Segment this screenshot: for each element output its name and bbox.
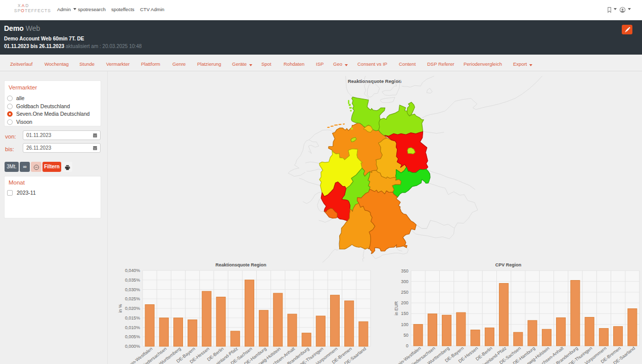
svg-text:0,040%: 0,040%: [125, 268, 140, 273]
svg-text:0,015%: 0,015%: [125, 315, 140, 321]
svg-text:in %: in %: [118, 304, 123, 312]
svg-text:0: 0: [406, 343, 408, 348]
svg-text:0,010%: 0,010%: [125, 325, 140, 330]
svg-text:100: 100: [401, 322, 408, 327]
svg-text:Reaktionsquote Region: Reaktionsquote Region: [215, 262, 266, 267]
svg-text:200: 200: [401, 300, 408, 305]
svg-text:350: 350: [401, 268, 408, 274]
svg-text:0,020%: 0,020%: [125, 306, 140, 311]
svg-text:150: 150: [401, 311, 408, 316]
svg-text:in EUR: in EUR: [394, 301, 399, 315]
svg-text:0,000%: 0,000%: [125, 344, 140, 349]
svg-text:250: 250: [401, 290, 408, 295]
svg-text:CPV Region: CPV Region: [495, 262, 522, 267]
svg-text:0,035%: 0,035%: [125, 278, 140, 283]
svg-text:300: 300: [401, 279, 408, 284]
svg-text:0,005%: 0,005%: [125, 334, 140, 339]
svg-text:50: 50: [403, 333, 408, 338]
svg-text:0,025%: 0,025%: [125, 296, 140, 301]
svg-text:0,030%: 0,030%: [125, 287, 140, 292]
